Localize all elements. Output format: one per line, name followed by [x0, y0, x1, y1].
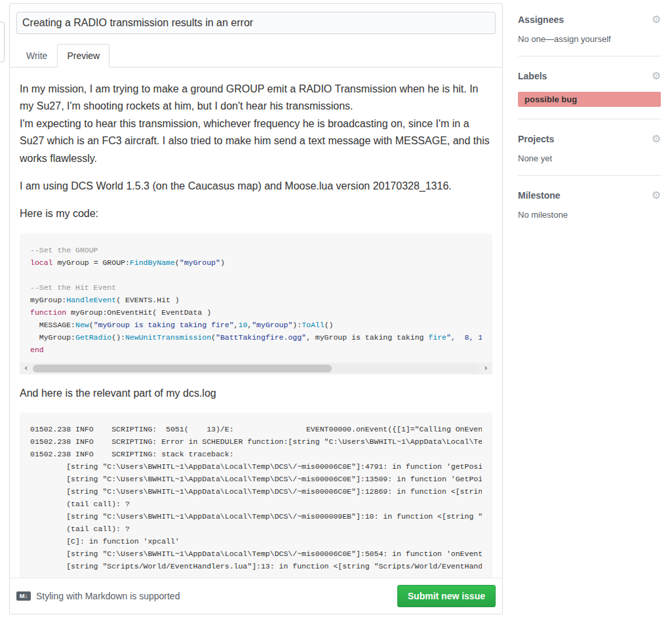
code-line: MyGroup:GetRadio():NewUnitTransmission("…	[30, 331, 482, 344]
projects-heading: Projects	[518, 134, 554, 144]
issue-preview-body: In my mission, I am trying to make a gro…	[10, 68, 502, 578]
scrollbar-track[interactable]	[33, 365, 479, 372]
submit-new-issue-button[interactable]: Submit new issue	[397, 585, 496, 607]
milestone-heading: Milestone	[518, 190, 561, 201]
scroll-left-icon[interactable]: ‹	[20, 363, 33, 374]
code-line: end	[30, 344, 482, 356]
tab-preview[interactable]: Preview	[57, 44, 109, 68]
markdown-hint-text: Styling with Markdown is supported	[36, 591, 180, 601]
label-possible-bug[interactable]: possible bug	[518, 92, 661, 107]
code-line: function myGroup:OnEventHit( EventData )	[30, 306, 482, 319]
horizontal-scrollbar[interactable]: ‹ ›	[20, 363, 492, 374]
code-line: --Set the GROUP	[30, 244, 482, 256]
milestone-empty-text: No milestone	[518, 210, 661, 220]
markdown-hint[interactable]: M↓ Styling with Markdown is supported	[16, 591, 180, 601]
projects-section: Projects ⚙ None yet	[518, 119, 661, 176]
scrollbar-thumb[interactable]	[33, 365, 332, 372]
code-line: --Set the Hit Event	[30, 281, 482, 294]
log-code-block: 01502.238 INFO SCRIPTING: 5051( 13)/E: E…	[20, 412, 492, 578]
tab-write[interactable]: Write	[16, 44, 57, 68]
issue-title-input[interactable]	[16, 12, 496, 34]
issue-body-paragraph: Here is my code:	[20, 205, 492, 222]
markdown-icon: M↓	[16, 591, 31, 601]
assignees-section: Assignees ⚙ No one—assign yourself	[518, 0, 661, 56]
dcs-log-text: 01502.238 INFO SCRIPTING: 5051( 13)/E: E…	[30, 423, 482, 572]
assign-yourself-link[interactable]: No one—assign yourself	[518, 34, 661, 44]
labels-section: Labels ⚙ possible bug	[518, 56, 661, 119]
projects-empty-text: None yet	[518, 153, 661, 163]
assignees-heading: Assignees	[518, 14, 564, 25]
lua-code-block: --Set the GROUP local myGroup = GROUP:Fi…	[20, 233, 492, 374]
projects-gear-icon[interactable]: ⚙	[652, 134, 661, 144]
issue-form-footer: M↓ Styling with Markdown is supported Su…	[10, 578, 502, 614]
issue-form-card: Write Preview In my mission, I am trying…	[9, 3, 503, 614]
write-preview-tabs: Write Preview	[10, 43, 502, 68]
labels-heading: Labels	[518, 71, 547, 81]
new-issue-page: Write Preview In my mission, I am trying…	[0, 0, 672, 619]
avatar	[0, 22, 5, 62]
code-line: MESSAGE:New("myGroup is taking taking fi…	[30, 319, 482, 331]
code-line	[30, 269, 482, 281]
assignees-gear-icon[interactable]: ⚙	[652, 14, 661, 25]
issue-sidebar: Assignees ⚙ No one—assign yourself Label…	[518, 0, 661, 231]
issue-body-paragraph: I am using DCS World 1.5.3 (on the Cauca…	[20, 178, 492, 195]
issue-body-paragraph: In my mission, I am trying to make a gro…	[20, 81, 492, 167]
scroll-right-icon[interactable]: ›	[479, 363, 492, 374]
milestone-gear-icon[interactable]: ⚙	[652, 190, 661, 201]
issue-body-paragraph: And here is the relevant part of my dcs.…	[20, 385, 492, 402]
milestone-section: Milestone ⚙ No milestone	[518, 176, 661, 231]
labels-gear-icon[interactable]: ⚙	[652, 71, 661, 81]
code-line: local myGroup = GROUP:FindByName("myGrou…	[30, 256, 482, 269]
code-line: myGroup:HandleEvent( EVENTS.Hit )	[30, 294, 482, 306]
